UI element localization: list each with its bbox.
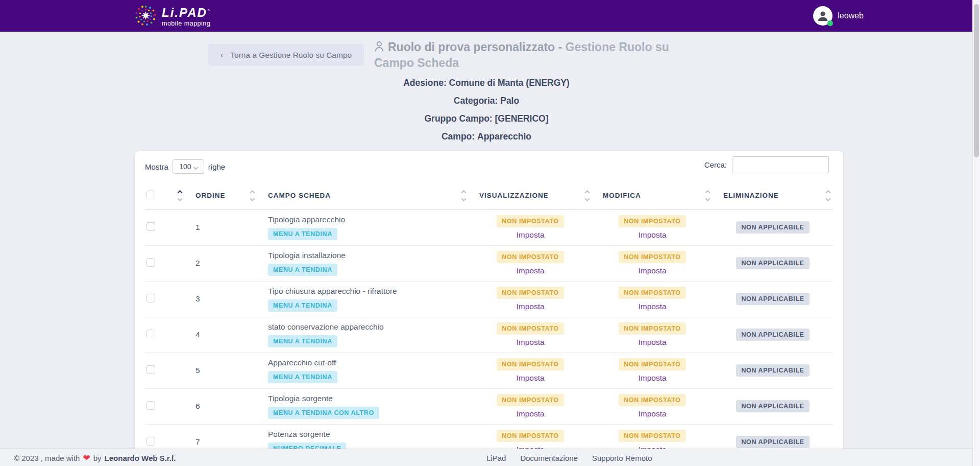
page-length-select[interactable]: 100 <box>173 159 204 174</box>
visualizzazione-imposta-link[interactable]: Imposta <box>469 409 592 418</box>
visualizzazione-status-badge: NON IMPOSTATO <box>497 430 564 442</box>
row-checkbox[interactable] <box>146 222 155 231</box>
visualizzazione-status-badge: NON IMPOSTATO <box>497 322 564 335</box>
sort-control-campo-scheda[interactable] <box>462 191 465 200</box>
modifica-status-badge: NON IMPOSTATO <box>619 322 685 335</box>
column-header-eliminazione[interactable]: ELIMINAZIONE <box>713 182 833 209</box>
sort-control-eliminazione[interactable] <box>826 191 830 200</box>
scrollbar-thumb[interactable] <box>974 4 979 157</box>
length-label-before: Mostra <box>145 162 168 171</box>
campo-scheda-name: Potenza sorgente <box>268 430 469 439</box>
ordine-value: 6 <box>195 402 200 410</box>
table-header-row: ORDINE CAMPO SCHEDA VISUALIZZAZIONE <box>145 182 833 209</box>
logo-degree: ° <box>207 7 210 15</box>
user-avatar <box>813 6 832 26</box>
row-checkbox[interactable] <box>146 437 155 446</box>
online-status-dot <box>827 20 833 26</box>
ordine-value: 1 <box>195 223 200 231</box>
visualizzazione-imposta-link[interactable]: Imposta <box>469 374 592 383</box>
chevron-down-icon <box>194 162 198 171</box>
table-row: 4stato conservazione apparecchioMENU A T… <box>145 317 833 353</box>
table-controls: Mostra 100 righe Cerca: <box>135 151 843 182</box>
column-header-modifica[interactable]: MODIFICA <box>592 182 713 209</box>
search-input[interactable] <box>732 156 829 173</box>
row-checkbox[interactable] <box>146 401 155 410</box>
company-name: Leonardo Web S.r.l. <box>105 454 176 462</box>
modifica-status-badge: NON IMPOSTATO <box>619 394 685 406</box>
person-icon <box>816 9 829 22</box>
info-adesione: Adesione: Comune di Manta (ENERGY) <box>282 78 691 88</box>
column-header-campo-scheda[interactable]: CAMPO SCHEDA <box>257 182 469 209</box>
eliminazione-status-badge: NON APPLICABILE <box>736 221 809 234</box>
user-menu[interactable]: leoweb <box>813 6 864 26</box>
footer-link-documentazione[interactable]: Documentazione <box>520 454 578 462</box>
role-person-icon <box>374 41 384 56</box>
search-control: Cerca: <box>704 156 829 173</box>
visualizzazione-status-badge: NON IMPOSTATO <box>497 358 564 370</box>
visualizzazione-status-badge: NON IMPOSTATO <box>497 215 564 227</box>
eliminazione-status-badge: NON APPLICABILE <box>736 293 809 305</box>
campo-scheda-name: stato conservazione apparecchio <box>268 322 469 332</box>
campo-tipo-badge: MENU A TENDINA <box>268 264 337 276</box>
page-title: Ruolo di prova personalizzato - Gestione… <box>374 40 711 71</box>
row-checkbox[interactable] <box>146 330 155 338</box>
app-logo[interactable]: Li.PAD° mobile mapping <box>134 4 210 30</box>
eliminazione-status-badge: NON APPLICABILE <box>736 329 809 341</box>
column-header-ordine[interactable]: ORDINE <box>185 182 257 209</box>
copyright: © 2023 , made with ❤ by Leonardo Web S.r… <box>14 449 176 466</box>
ordine-value: 5 <box>195 366 200 375</box>
modifica-status-badge: NON IMPOSTATO <box>619 287 685 299</box>
modifica-imposta-link[interactable]: Imposta <box>592 302 713 311</box>
campo-tipo-badge: MENU A TENDINA <box>268 371 337 383</box>
back-button-label: Torna a Gestione Ruolo su Campo <box>230 51 352 60</box>
modifica-imposta-link[interactable]: Imposta <box>592 338 713 347</box>
sort-control-modifica[interactable] <box>706 191 709 200</box>
back-button[interactable]: ‹ Torna a Gestione Ruolo su Campo <box>208 44 364 66</box>
eliminazione-status-badge: NON APPLICABILE <box>736 436 809 448</box>
logo-subtitle: mobile mapping <box>162 20 210 27</box>
table-row: 2Tipologia installazioneMENU A TENDINANO… <box>145 245 833 281</box>
eliminazione-status-badge: NON APPLICABILE <box>736 257 809 269</box>
visualizzazione-status-badge: NON IMPOSTATO <box>497 394 564 406</box>
footer-link-lipad[interactable]: LiPad <box>486 454 506 462</box>
column-header-visualizzazione[interactable]: VISUALIZZAZIONE <box>469 182 592 209</box>
row-checkbox[interactable] <box>146 294 155 302</box>
context-info: Adesione: Comune di Manta (ENERGY) Categ… <box>282 78 691 149</box>
search-label: Cerca: <box>704 160 727 169</box>
logo-text: Li.PAD° mobile mapping <box>162 7 210 27</box>
modifica-imposta-link[interactable]: Imposta <box>592 230 713 240</box>
row-checkbox[interactable] <box>146 365 155 374</box>
table-row: 5Apparecchio cut-offMENU A TENDINANON IM… <box>145 353 833 388</box>
modifica-imposta-link[interactable]: Imposta <box>592 266 713 275</box>
sort-control-select[interactable] <box>178 191 182 200</box>
modifica-imposta-link[interactable]: Imposta <box>592 374 713 383</box>
footer-link-supporto-remoto[interactable]: Supporto Remoto <box>592 454 652 462</box>
sort-control-ordine[interactable] <box>251 191 254 200</box>
logo-title: Li.PAD <box>162 6 207 19</box>
row-checkbox[interactable] <box>146 258 155 267</box>
visualizzazione-imposta-link[interactable]: Imposta <box>469 338 592 347</box>
length-label-after: righe <box>208 162 225 171</box>
modifica-imposta-link[interactable]: Imposta <box>592 409 713 418</box>
modifica-status-badge: NON IMPOSTATO <box>619 430 685 442</box>
info-categoria: Categoria: Palo <box>282 96 691 106</box>
sort-control-visualizzazione[interactable] <box>585 191 589 200</box>
visualizzazione-imposta-link[interactable]: Imposta <box>469 230 592 240</box>
campo-tipo-badge: MENU A TENDINA <box>268 335 337 347</box>
page-scrollbar[interactable] <box>972 0 980 466</box>
page-length-control: Mostra 100 righe <box>145 159 225 174</box>
info-gruppo-campo: Gruppo Campo: [GENERICO] <box>282 113 691 124</box>
campo-scheda-name: Tipologia sorgente <box>268 394 469 403</box>
fields-table: ORDINE CAMPO SCHEDA VISUALIZZAZIONE <box>145 182 833 460</box>
select-all-checkbox[interactable] <box>146 191 155 199</box>
ordine-value: 2 <box>195 259 200 267</box>
visualizzazione-status-badge: NON IMPOSTATO <box>497 251 564 263</box>
table-row: 3Tipo chiusura apparecchio - rifrattoreM… <box>145 281 833 317</box>
campo-scheda-name: Apparecchio cut-off <box>268 358 469 367</box>
modifica-status-badge: NON IMPOSTATO <box>619 251 685 263</box>
visualizzazione-imposta-link[interactable]: Imposta <box>469 266 592 275</box>
visualizzazione-imposta-link[interactable]: Imposta <box>469 302 592 311</box>
eliminazione-status-badge: NON APPLICABILE <box>736 364 809 377</box>
heart-icon: ❤ <box>83 454 90 462</box>
modifica-status-badge: NON IMPOSTATO <box>619 215 685 227</box>
